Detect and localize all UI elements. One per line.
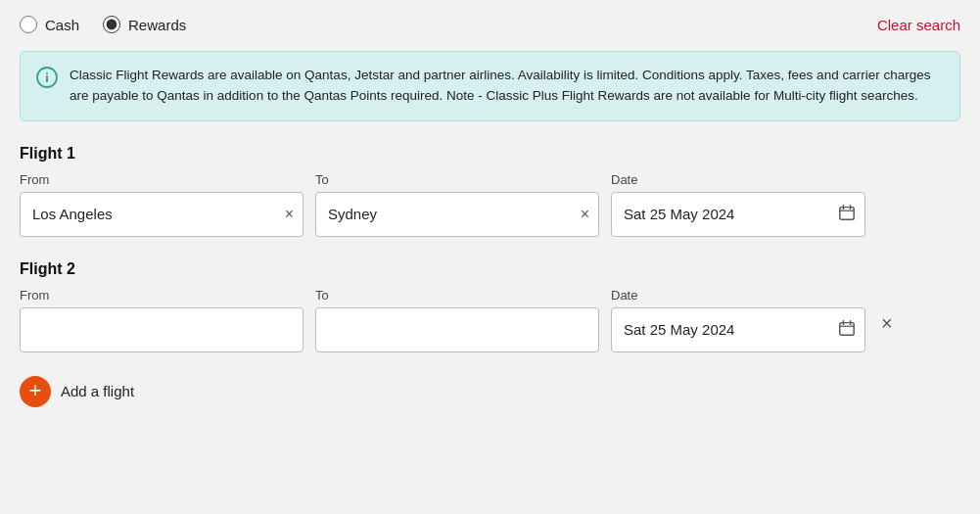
cash-radio[interactable] [20, 16, 37, 33]
flight1-date-label: Date [611, 172, 865, 187]
flight1-date-input[interactable] [611, 192, 865, 237]
clear-search-button[interactable]: Clear search [877, 17, 960, 33]
add-flight-row: + Add a flight [20, 376, 960, 407]
flight2-section: Flight 2 From To Date [20, 260, 960, 352]
remove-flight2-button[interactable]: × [877, 313, 893, 343]
flight1-from-group: From × [20, 172, 303, 237]
flight2-from-input-wrap [20, 307, 303, 352]
flight1-section: Flight 1 From × To × Date [20, 145, 960, 237]
cash-label: Cash [45, 17, 79, 33]
flight2-date-label: Date [611, 288, 865, 303]
flight2-fields: From To Date [20, 288, 960, 352]
flight2-to-input-wrap [315, 307, 599, 352]
flight2-from-label: From [20, 288, 303, 303]
flight1-to-clear-button[interactable]: × [581, 207, 589, 222]
add-flight-label[interactable]: Add a flight [61, 383, 134, 399]
flight2-to-group: To [315, 288, 599, 352]
info-banner-text: Classic Flight Rewards are available on … [70, 66, 944, 107]
flight2-date-input[interactable] [611, 307, 865, 352]
flight1-from-input-wrap: × [20, 192, 303, 237]
flight1-from-clear-button[interactable]: × [285, 207, 294, 222]
svg-rect-1 [46, 75, 48, 82]
info-banner: Classic Flight Rewards are available on … [20, 51, 960, 121]
flight2-date-group: Date [611, 288, 865, 352]
cash-option[interactable]: Cash [20, 16, 79, 33]
flight2-title: Flight 2 [20, 260, 960, 278]
flight1-to-input[interactable] [315, 192, 599, 237]
plus-icon: + [29, 380, 42, 401]
payment-row: Cash Rewards Clear search [20, 16, 960, 33]
flight1-title: Flight 1 [20, 145, 960, 163]
rewards-option[interactable]: Rewards [103, 16, 186, 33]
flight1-date-input-wrap [611, 192, 865, 237]
rewards-label: Rewards [128, 17, 186, 33]
flight1-from-label: From [20, 172, 303, 187]
rewards-radio[interactable] [103, 16, 120, 33]
flight2-from-input[interactable] [20, 307, 303, 352]
flight1-to-label: To [315, 172, 599, 187]
info-icon [36, 67, 58, 88]
flight2-to-label: To [315, 288, 599, 303]
flight2-to-input[interactable] [315, 307, 599, 352]
flight2-date-input-wrap [611, 307, 865, 352]
flight1-date-group: Date [611, 172, 865, 237]
flight1-to-input-wrap: × [315, 192, 599, 237]
svg-rect-2 [46, 72, 48, 74]
payment-options: Cash Rewards [20, 16, 186, 33]
flight1-to-group: To × [315, 172, 599, 237]
add-flight-button[interactable]: + [20, 376, 51, 407]
flight2-from-group: From [20, 288, 303, 352]
flight1-from-input[interactable] [20, 192, 303, 237]
flight1-fields: From × To × Date [20, 172, 960, 237]
